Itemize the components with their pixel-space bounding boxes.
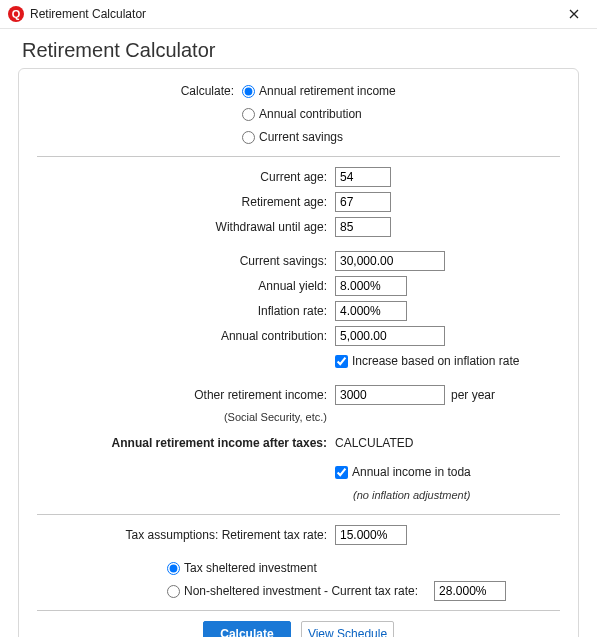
annual-contribution-label: Annual contribution: bbox=[37, 329, 335, 343]
annual-contribution-input[interactable] bbox=[335, 326, 445, 346]
tax-nonsheltered-radio[interactable]: Non-sheltered investment - Current tax r… bbox=[167, 584, 418, 598]
withdrawal-age-row: Withdrawal until age: bbox=[37, 215, 560, 239]
withdrawal-age-label: Withdrawal until age: bbox=[37, 220, 335, 234]
current-savings-input[interactable] bbox=[335, 251, 445, 271]
tax-sheltered-label: Tax sheltered investment bbox=[184, 561, 317, 575]
separator-1 bbox=[37, 156, 560, 157]
retirement-age-input[interactable] bbox=[335, 192, 391, 212]
withdrawal-age-input[interactable] bbox=[335, 217, 391, 237]
button-row: Calculate View Schedule bbox=[37, 621, 560, 637]
tax-sheltered-row: Tax sheltered investment bbox=[37, 557, 560, 579]
titlebar: Q Retirement Calculator bbox=[0, 0, 597, 29]
in-todays-label: Annual income in toda bbox=[352, 465, 471, 479]
current-tax-input[interactable] bbox=[434, 581, 506, 601]
retirement-age-label: Retirement age: bbox=[37, 195, 335, 209]
annual-yield-label: Annual yield: bbox=[37, 279, 335, 293]
tax-nonsheltered-label: Non-sheltered investment - Current tax r… bbox=[184, 584, 418, 598]
inflation-rate-label: Inflation rate: bbox=[37, 304, 335, 318]
page-heading: Retirement Calculator bbox=[0, 29, 597, 68]
increase-inflation-row: Increase based on inflation rate bbox=[37, 349, 560, 373]
tax-prefix: Tax assumptions: bbox=[126, 528, 219, 542]
inflation-rate-row: Inflation rate: bbox=[37, 299, 560, 323]
current-savings-label: Current savings: bbox=[37, 254, 335, 268]
calc-radio-income-label: Annual retirement income bbox=[259, 84, 396, 98]
tax-nonsheltered-input[interactable] bbox=[167, 585, 180, 598]
main-panel: Calculate: Annual retirement income Annu… bbox=[18, 68, 579, 637]
current-savings-row: Current savings: bbox=[37, 249, 560, 273]
in-todays-input[interactable] bbox=[335, 466, 348, 479]
annual-contribution-row: Annual contribution: bbox=[37, 324, 560, 348]
calculate-row-2: Annual contribution bbox=[37, 103, 560, 125]
other-income-sub-row: (Social Security, etc.) bbox=[37, 408, 560, 430]
in-todays-note-row: (no inflation adjustment) bbox=[37, 484, 560, 506]
result-value: CALCULATED bbox=[335, 436, 413, 450]
calc-radio-contribution[interactable]: Annual contribution bbox=[242, 107, 362, 121]
calc-radio-income[interactable]: Annual retirement income bbox=[242, 84, 396, 98]
in-todays-note: (no inflation adjustment) bbox=[335, 489, 470, 501]
retirement-age-row: Retirement age: bbox=[37, 190, 560, 214]
tax-rate-row: Tax assumptions: Retirement tax rate: bbox=[37, 523, 560, 547]
increase-inflation-label: Increase based on inflation rate bbox=[352, 354, 519, 368]
inflation-rate-input[interactable] bbox=[335, 301, 407, 321]
close-icon bbox=[569, 9, 579, 19]
current-age-label: Current age: bbox=[37, 170, 335, 184]
calculate-button[interactable]: Calculate bbox=[203, 621, 291, 637]
annual-yield-input[interactable] bbox=[335, 276, 407, 296]
calc-radio-savings-label: Current savings bbox=[259, 130, 343, 144]
tax-nonsheltered-row: Non-sheltered investment - Current tax r… bbox=[37, 580, 560, 602]
calculate-row-3: Current savings bbox=[37, 126, 560, 148]
tax-sheltered-radio[interactable]: Tax sheltered investment bbox=[167, 561, 317, 575]
increase-inflation-input[interactable] bbox=[335, 355, 348, 368]
retirement-tax-label: Retirement tax rate: bbox=[222, 528, 327, 542]
calculate-label: Calculate: bbox=[37, 84, 242, 98]
current-age-row: Current age: bbox=[37, 165, 560, 189]
close-button[interactable] bbox=[559, 0, 589, 28]
separator-2 bbox=[37, 514, 560, 515]
current-age-input[interactable] bbox=[335, 167, 391, 187]
other-income-sublabel: (Social Security, etc.) bbox=[37, 411, 335, 423]
calc-radio-income-input[interactable] bbox=[242, 85, 255, 98]
other-income-row: Other retirement income: per year bbox=[37, 383, 560, 407]
tax-sheltered-input[interactable] bbox=[167, 562, 180, 575]
separator-3 bbox=[37, 610, 560, 611]
view-schedule-button[interactable]: View Schedule bbox=[301, 621, 394, 637]
in-todays-checkbox[interactable]: Annual income in toda bbox=[335, 465, 471, 479]
calc-radio-savings[interactable]: Current savings bbox=[242, 130, 343, 144]
retirement-tax-input[interactable] bbox=[335, 525, 407, 545]
result-label: Annual retirement income after taxes: bbox=[37, 436, 335, 450]
annual-yield-row: Annual yield: bbox=[37, 274, 560, 298]
other-income-label: Other retirement income: bbox=[37, 388, 335, 402]
calc-radio-contribution-label: Annual contribution bbox=[259, 107, 362, 121]
other-income-suffix: per year bbox=[451, 388, 495, 402]
calc-radio-savings-input[interactable] bbox=[242, 131, 255, 144]
in-todays-row: Annual income in toda bbox=[37, 461, 560, 483]
calc-radio-contribution-input[interactable] bbox=[242, 108, 255, 121]
calculate-row-1: Calculate: Annual retirement income bbox=[37, 80, 560, 102]
other-income-input[interactable] bbox=[335, 385, 445, 405]
app-icon: Q bbox=[8, 6, 24, 22]
increase-inflation-checkbox[interactable]: Increase based on inflation rate bbox=[335, 354, 519, 368]
window-title: Retirement Calculator bbox=[30, 7, 559, 21]
result-row: Annual retirement income after taxes: CA… bbox=[37, 431, 560, 455]
